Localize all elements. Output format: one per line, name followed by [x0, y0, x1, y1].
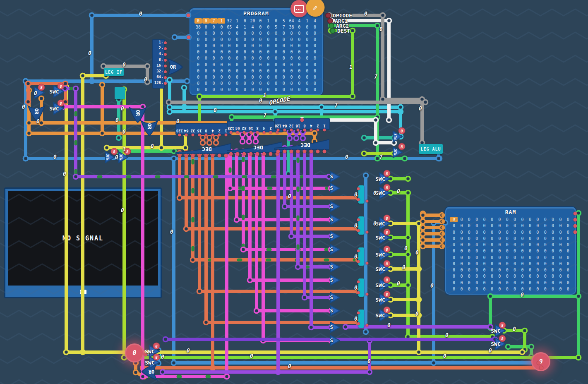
- wire-node[interactable]: [163, 337, 168, 342]
- wire-purple[interactable]: [305, 148, 331, 298]
- wire-node[interactable]: [207, 135, 212, 140]
- wire-node[interactable]: [64, 350, 69, 355]
- or-gate[interactable]: OR: [139, 118, 159, 137]
- wire-node[interactable]: [421, 219, 425, 224]
- wire-node[interactable]: [398, 105, 403, 110]
- wire-node[interactable]: [506, 345, 511, 349]
- wire-node[interactable]: [201, 135, 205, 140]
- wire-node[interactable]: [423, 100, 428, 105]
- wire-node[interactable]: [90, 13, 94, 18]
- wire-node[interactable]: [364, 173, 368, 178]
- s-gate[interactable]: [329, 171, 340, 182]
- wire-node[interactable]: [197, 94, 202, 99]
- wire-node[interactable]: [343, 325, 348, 329]
- leg-alu-box[interactable]: LEG ALU: [419, 144, 443, 154]
- wire-node[interactable]: [191, 258, 195, 262]
- wire-node[interactable]: [225, 374, 229, 379]
- s-gate[interactable]: [329, 244, 340, 255]
- wire-node[interactable]: [302, 295, 307, 300]
- wire-node[interactable]: [117, 136, 121, 140]
- wire-node[interactable]: [273, 110, 278, 114]
- wire-node[interactable]: [283, 204, 287, 209]
- wire-node[interactable]: [421, 244, 425, 249]
- wire-node[interactable]: [105, 146, 109, 150]
- wire-node[interactable]: [296, 265, 300, 269]
- wire-node[interactable]: [374, 118, 378, 122]
- wire-node[interactable]: [235, 218, 239, 222]
- wire-node[interactable]: [145, 64, 150, 69]
- wire-node[interactable]: [576, 294, 581, 299]
- wire-node[interactable]: [387, 118, 391, 122]
- wire-node[interactable]: [27, 131, 31, 136]
- wire-node[interactable]: [182, 86, 187, 90]
- wire-node[interactable]: [319, 105, 324, 110]
- wire-node[interactable]: [350, 29, 355, 33]
- wire-node[interactable]: [387, 19, 391, 23]
- wire-node[interactable]: [214, 135, 218, 140]
- wire-node[interactable]: [381, 13, 385, 18]
- wire-node[interactable]: [159, 146, 164, 150]
- wire-node[interactable]: [168, 78, 172, 82]
- or-gate[interactable]: OR: [26, 103, 46, 122]
- teal-block[interactable]: [115, 87, 125, 99]
- wire-node[interactable]: [406, 283, 410, 288]
- leg-if-box[interactable]: LEG IF: [104, 68, 124, 76]
- wire-node[interactable]: [289, 234, 294, 239]
- wire-node[interactable]: [100, 131, 105, 136]
- wire-node[interactable]: [488, 325, 493, 329]
- wire-node[interactable]: [362, 151, 367, 156]
- wire-node[interactable]: [248, 278, 252, 283]
- wire-node[interactable]: [406, 235, 410, 240]
- s-gate[interactable]: [329, 214, 340, 226]
- wire-node[interactable]: [173, 35, 177, 40]
- wire-node[interactable]: [403, 156, 407, 161]
- wire-node[interactable]: [367, 370, 372, 374]
- wire-node[interactable]: [161, 370, 165, 374]
- wire-node[interactable]: [374, 141, 378, 145]
- wire-node[interactable]: [185, 79, 190, 84]
- wire-node[interactable]: [241, 247, 246, 252]
- s-gate[interactable]: [329, 322, 340, 333]
- wire-node[interactable]: [74, 175, 78, 179]
- s-gate[interactable]: [329, 230, 340, 242]
- s-gate[interactable]: [329, 182, 340, 194]
- wire-node[interactable]: [168, 110, 172, 114]
- wire-node[interactable]: [406, 177, 410, 181]
- wire-node[interactable]: [172, 361, 176, 365]
- wire-node[interactable]: [167, 100, 171, 105]
- wire-node[interactable]: [488, 294, 493, 299]
- wire-node[interactable]: [172, 156, 176, 161]
- s-gate[interactable]: [329, 274, 340, 286]
- wire-node[interactable]: [184, 227, 189, 231]
- s-gate[interactable]: [329, 201, 340, 212]
- wire-node[interactable]: [375, 156, 380, 161]
- wire-node[interactable]: [375, 24, 380, 28]
- wire-node[interactable]: [432, 361, 436, 365]
- wire-node[interactable]: [254, 309, 259, 313]
- wire-node[interactable]: [228, 186, 233, 191]
- wire-node[interactable]: [74, 86, 78, 91]
- wire-node[interactable]: [520, 350, 525, 355]
- wire-node[interactable]: [362, 136, 367, 140]
- wire-node[interactable]: [529, 345, 534, 349]
- or-gate[interactable]: OR: [164, 58, 184, 76]
- wire-node[interactable]: [312, 131, 317, 136]
- wire-node[interactable]: [204, 320, 209, 325]
- wire-node[interactable]: [24, 156, 28, 161]
- wire-node[interactable]: [134, 370, 138, 375]
- wire-node[interactable]: [421, 232, 425, 236]
- wire-node[interactable]: [178, 196, 182, 200]
- wire-node[interactable]: [437, 156, 441, 161]
- wire-node[interactable]: [309, 325, 314, 330]
- wire-node[interactable]: [230, 115, 234, 120]
- wire-node[interactable]: [421, 213, 425, 218]
- wire-node[interactable]: [26, 82, 31, 86]
- s-gate[interactable]: [329, 261, 340, 273]
- wire-node[interactable]: [364, 330, 368, 334]
- wire-node[interactable]: [523, 329, 527, 333]
- wire-node[interactable]: [81, 74, 85, 78]
- wire-node[interactable]: [145, 80, 150, 84]
- s-gate[interactable]: [329, 292, 340, 303]
- wire-node[interactable]: [421, 226, 425, 230]
- s-gate[interactable]: [329, 335, 340, 346]
